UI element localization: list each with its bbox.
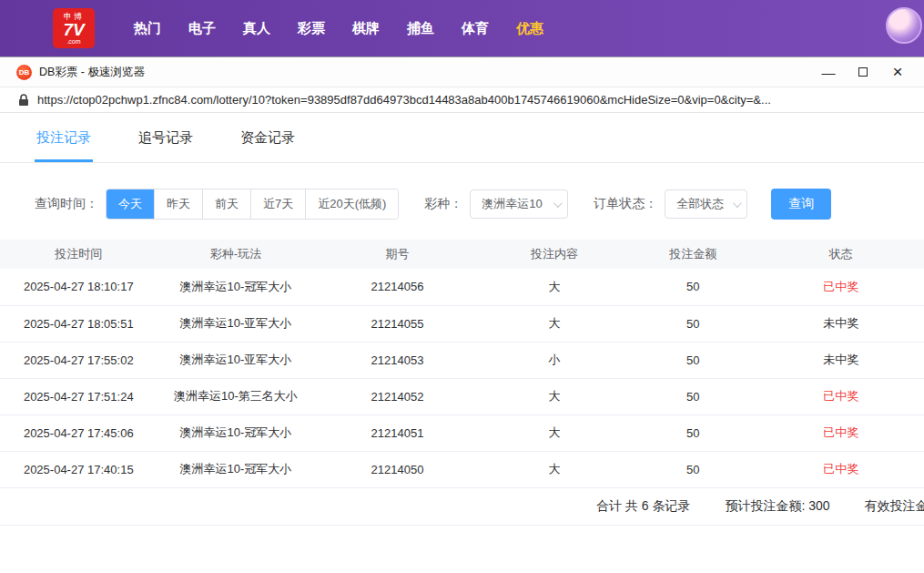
cell-status: 已中奖 xyxy=(757,269,924,305)
cell-status: 已中奖 xyxy=(757,451,924,487)
cell-issue: 21214053 xyxy=(314,342,481,378)
cell-amount: 50 xyxy=(628,378,757,414)
nav-item-6[interactable]: 体育 xyxy=(448,20,503,37)
cell-content: 大 xyxy=(481,414,628,451)
cell-play: 澳洲幸运10-冠军大小 xyxy=(157,451,315,487)
top-nav: 热门电子真人彩票棋牌捕鱼体育优惠 xyxy=(120,20,557,37)
cell-issue: 21214055 xyxy=(314,305,481,342)
cell-play: 澳洲幸运10-冠军大小 xyxy=(157,414,315,451)
lottery-select-value: 澳洲幸运10 xyxy=(482,196,542,212)
cell-amount: 50 xyxy=(628,342,757,378)
summary-valid-amount: 有效投注金 xyxy=(865,498,924,515)
cell-amount: 50 xyxy=(628,305,757,342)
cell-amount: 50 xyxy=(628,451,757,487)
summary-estimated-amount: 预计投注金额: 300 xyxy=(725,498,829,515)
table-row: 2025-04-27 17:45:06澳洲幸运10-冠军大小21214051大5… xyxy=(0,414,924,451)
status-filter-label: 订单状态： xyxy=(594,196,657,212)
table-row: 2025-04-27 17:55:02澳洲幸运10-亚军大小21214053小5… xyxy=(0,342,924,378)
nav-item-5[interactable]: 捕鱼 xyxy=(393,20,448,37)
window-title: DB彩票 - 极速浏览器 xyxy=(39,65,145,80)
column-header-4: 投注金额 xyxy=(628,240,757,269)
lock-icon xyxy=(18,94,29,107)
cell-status: 已中奖 xyxy=(757,414,924,451)
cell-time: 2025-04-27 17:40:15 xyxy=(0,451,157,487)
table-header-row: 投注时间彩种-玩法期号投注内容投注金额状态 xyxy=(0,240,924,269)
table-row: 2025-04-27 18:05:51澳洲幸运10-亚军大小21214055大5… xyxy=(0,305,924,342)
order-status-select[interactable]: 全部状态 xyxy=(665,189,747,219)
url-text[interactable]: https://ctop02pchwp1.zfnc84.com/lottery/… xyxy=(37,93,771,107)
cell-content: 大 xyxy=(481,378,628,414)
order-status-value: 全部状态 xyxy=(676,196,724,212)
nav-item-0[interactable]: 热门 xyxy=(120,20,175,37)
cell-content: 小 xyxy=(481,342,628,378)
filter-bar: 查询时间： 今天昨天前天近7天近20天(低频) 彩种： 澳洲幸运10 订单状态：… xyxy=(0,163,924,240)
cell-time: 2025-04-27 18:05:51 xyxy=(0,305,157,342)
column-header-3: 投注内容 xyxy=(481,240,628,269)
lottery-select[interactable]: 澳洲幸运10 xyxy=(470,189,568,219)
search-button[interactable]: 查询 xyxy=(771,189,831,220)
summary-row: 合计 共 6 条记录 预计投注金额: 300 有效投注金 xyxy=(0,488,924,526)
table-row: 2025-04-27 17:40:15澳洲幸运10-冠军大小21214050大5… xyxy=(0,451,924,487)
time-filter-label: 查询时间： xyxy=(35,196,98,212)
cell-status: 未中奖 xyxy=(757,305,924,342)
cell-amount: 50 xyxy=(628,269,757,305)
time-option-2[interactable]: 前天 xyxy=(202,189,250,219)
column-header-2: 期号 xyxy=(314,240,481,269)
cell-issue: 21214050 xyxy=(314,451,481,487)
cell-play: 澳洲幸运10-亚军大小 xyxy=(157,342,315,378)
logo-text-suffix: .com xyxy=(66,38,80,45)
records-table: 投注时间彩种-玩法期号投注内容投注金额状态 2025-04-27 18:10:1… xyxy=(0,240,924,488)
table-row: 2025-04-27 17:51:24澳洲幸运10-第三名大小21214052大… xyxy=(0,378,924,414)
time-filter-group: 今天昨天前天近7天近20天(低频) xyxy=(106,189,399,220)
column-header-1: 彩种-玩法 xyxy=(157,240,315,269)
cell-time: 2025-04-27 18:10:17 xyxy=(0,269,157,305)
cell-content: 大 xyxy=(481,451,628,487)
cell-status: 未中奖 xyxy=(757,342,924,378)
browser-favicon-icon: DB xyxy=(16,65,32,80)
chevron-down-icon xyxy=(553,199,563,208)
nav-item-7[interactable]: 优惠 xyxy=(503,20,557,37)
maximize-icon xyxy=(858,67,868,77)
cell-time: 2025-04-27 17:55:02 xyxy=(0,342,157,378)
cell-issue: 21214056 xyxy=(314,269,481,305)
minimize-button[interactable]: — xyxy=(811,58,846,86)
maximize-button[interactable] xyxy=(846,58,880,86)
time-option-4[interactable]: 近20天(低频) xyxy=(305,189,398,219)
table-row: 2025-04-27 18:10:17澳洲幸运10-冠军大小21214056大5… xyxy=(0,269,924,305)
time-option-1[interactable]: 昨天 xyxy=(154,189,202,219)
cell-issue: 21214052 xyxy=(314,378,481,414)
user-avatar[interactable] xyxy=(886,7,922,44)
column-header-0: 投注时间 xyxy=(0,240,157,269)
cell-content: 大 xyxy=(481,305,628,342)
cell-time: 2025-04-27 17:51:24 xyxy=(0,378,157,414)
cell-amount: 50 xyxy=(628,414,757,451)
window-controls: — × xyxy=(811,58,915,86)
browser-window: DB DB彩票 - 极速浏览器 — × https://ctop02pchwp1… xyxy=(0,56,924,526)
nav-item-4[interactable]: 棋牌 xyxy=(339,20,393,37)
tab-1[interactable]: 追号记录 xyxy=(137,113,195,162)
record-tabs: 投注记录追号记录资金记录 xyxy=(0,113,924,163)
cell-issue: 21214051 xyxy=(314,414,481,451)
tab-2[interactable]: 资金记录 xyxy=(239,113,297,162)
cell-play: 澳洲幸运10-第三名大小 xyxy=(157,378,315,414)
browser-urlbar[interactable]: https://ctop02pchwp1.zfnc84.com/lottery/… xyxy=(0,87,924,113)
cell-status: 已中奖 xyxy=(757,378,924,414)
time-option-3[interactable]: 近7天 xyxy=(250,189,305,219)
logo-text-main: 7V xyxy=(63,21,84,38)
lottery-filter-label: 彩种： xyxy=(424,196,462,212)
cell-play: 澳洲幸运10-冠军大小 xyxy=(157,269,315,305)
nav-item-2[interactable]: 真人 xyxy=(229,20,284,37)
cell-content: 大 xyxy=(481,269,628,305)
tab-0[interactable]: 投注记录 xyxy=(35,113,93,162)
site-topbar: 申博 7V .com 热门电子真人彩票棋牌捕鱼体育优惠 xyxy=(0,0,924,56)
column-header-5: 状态 xyxy=(757,240,924,269)
nav-item-1[interactable]: 电子 xyxy=(175,20,229,37)
browser-titlebar[interactable]: DB DB彩票 - 极速浏览器 — × xyxy=(0,57,924,87)
close-button[interactable]: × xyxy=(880,58,915,86)
nav-item-3[interactable]: 彩票 xyxy=(284,20,339,37)
chevron-down-icon xyxy=(733,199,742,208)
cell-time: 2025-04-27 17:45:06 xyxy=(0,414,157,451)
time-option-0[interactable]: 今天 xyxy=(107,189,154,219)
cell-play: 澳洲幸运10-亚军大小 xyxy=(157,305,315,342)
site-logo[interactable]: 申博 7V .com xyxy=(53,8,95,48)
